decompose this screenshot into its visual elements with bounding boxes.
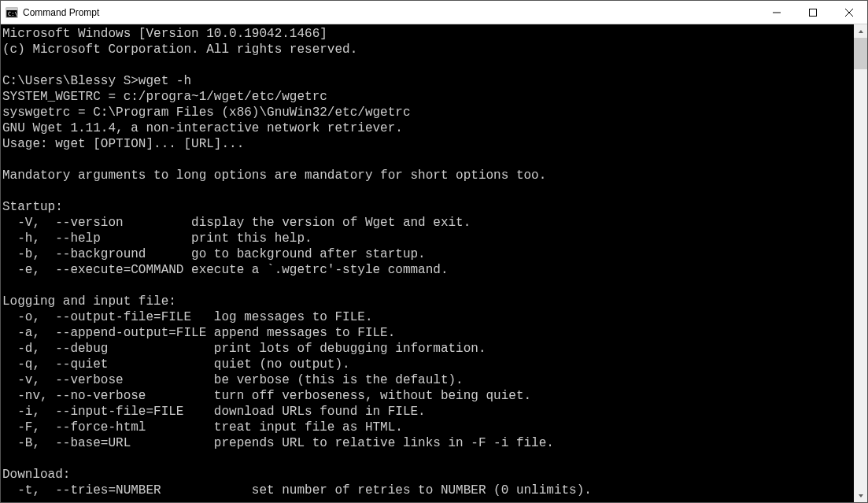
vertical-scrollbar[interactable]: [854, 24, 867, 502]
output-line: Mandatory arguments to long options are …: [2, 168, 854, 183]
option-line: -q, --quiet quiet (no output).: [2, 357, 854, 372]
blank-line: [2, 278, 854, 294]
option-line: -d, --debug print lots of debugging info…: [2, 341, 854, 357]
svg-rect-1: [6, 8, 17, 10]
content-area: Microsoft Windows [Version 10.0.19042.14…: [1, 24, 867, 502]
option-line: -t, --tries=NUMBER set number of retries…: [2, 483, 854, 498]
svg-marker-7: [859, 30, 863, 33]
section-title: Startup:: [2, 199, 854, 215]
prompt: C:\Users\Blessy S>: [2, 74, 139, 88]
window-title: Command Prompt: [23, 7, 99, 18]
output-line: Usage: wget [OPTION]... [URL]...: [2, 136, 854, 152]
scroll-up-arrow[interactable]: [854, 24, 867, 38]
output-line: SYSTEM_WGETRC = c:/progra~1/wget/etc/wge…: [2, 89, 854, 105]
section-title: Logging and input file:: [2, 294, 854, 309]
maximize-button[interactable]: [795, 1, 831, 24]
prompt-line: C:\Users\Blessy S>wget -h: [2, 73, 854, 89]
header-line: Microsoft Windows [Version 10.0.19042.14…: [2, 26, 854, 42]
option-line: -i, --input-file=FILE download URLs foun…: [2, 404, 854, 420]
output-line: syswgetrc = C:\Program Files (x86)\GnuWi…: [2, 105, 854, 120]
svg-rect-4: [810, 9, 817, 16]
header-line: [2, 57, 854, 73]
entered-command: wget -h: [139, 74, 191, 88]
header-line: (c) Microsoft Corporation. All rights re…: [2, 42, 854, 57]
option-line: -h, --help print this help.: [2, 231, 854, 246]
minimize-button[interactable]: [759, 1, 795, 24]
option-line: -V, --version display the version of Wge…: [2, 215, 854, 231]
command-prompt-window: C:\ Command Prompt Microsoft Windows [Ve…: [0, 0, 868, 503]
output-line: GNU Wget 1.11.4, a non-interactive netwo…: [2, 120, 854, 136]
option-line: -b, --background go to background after …: [2, 246, 854, 262]
terminal-output[interactable]: Microsoft Windows [Version 10.0.19042.14…: [1, 24, 854, 502]
scroll-down-arrow[interactable]: [854, 489, 867, 502]
app-icon: C:\: [6, 6, 18, 19]
output-line: [2, 183, 854, 199]
option-line: -nv, --no-verbose turn off verboseness, …: [2, 388, 854, 404]
output-line: [2, 152, 854, 168]
option-line: -o, --output-file=FILE log messages to F…: [2, 309, 854, 325]
blank-line: [2, 451, 854, 467]
close-button[interactable]: [831, 1, 867, 24]
section-title: Download:: [2, 467, 854, 483]
option-line: -B, --base=URL prepends URL to relative …: [2, 435, 854, 451]
option-line: -F, --force-html treat input file as HTM…: [2, 420, 854, 435]
window-controls: [759, 1, 867, 24]
svg-text:C:\: C:\: [8, 11, 18, 17]
svg-marker-8: [859, 494, 863, 497]
option-line: -v, --verbose be verbose (this is the de…: [2, 372, 854, 388]
option-line: -e, --execute=COMMAND execute a `.wgetrc…: [2, 262, 854, 278]
titlebar[interactable]: C:\ Command Prompt: [1, 1, 867, 24]
option-line: -a, --append-output=FILE append messages…: [2, 325, 854, 341]
scroll-thumb[interactable]: [854, 38, 867, 69]
